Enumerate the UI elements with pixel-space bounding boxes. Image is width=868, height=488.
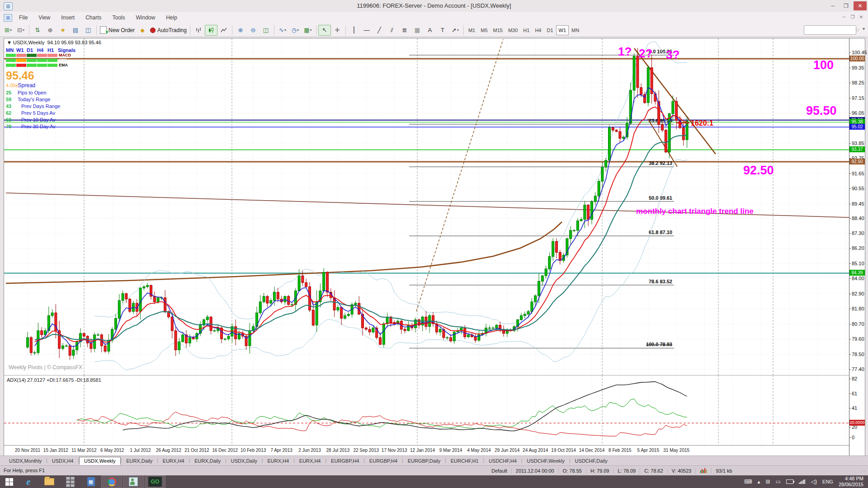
menu-item-window[interactable]: Window	[131, 12, 161, 23]
fibonacci-icon[interactable]: ≣	[398, 25, 411, 36]
tray-windows-icon[interactable]: ⊞	[765, 479, 770, 485]
autotrading-button[interactable]: AutoTrading	[149, 25, 188, 36]
navigator-icon[interactable]: ⇅	[31, 25, 44, 36]
arrows-icon[interactable]: ➚▾	[449, 25, 462, 36]
timeframe-D1[interactable]: D1	[544, 25, 556, 35]
periods-icon[interactable]: ◷▾	[289, 25, 302, 36]
chart-tab-usdchf-weekly[interactable]: USDCHF,Weekly	[522, 457, 569, 465]
timeframe-H1[interactable]: H1	[520, 25, 532, 35]
network-signal-icon[interactable]	[799, 479, 806, 484]
toolbar-overflow-icon[interactable]: ▾	[863, 26, 865, 31]
tile-windows-icon[interactable]: ◫	[259, 25, 272, 36]
menu-item-insert[interactable]: Insert	[56, 12, 80, 23]
menu-item-file[interactable]: File	[14, 12, 33, 23]
timeframe-M1[interactable]: M1	[466, 25, 478, 35]
chart-tab-usdx-weekly[interactable]: USDX,Weekly	[79, 457, 120, 465]
menu-item-tools[interactable]: Tools	[107, 12, 131, 23]
go-app-icon[interactable]: GO	[145, 475, 165, 488]
timeframe-M5[interactable]: M5	[478, 25, 490, 35]
chart-tab-eurx-daily[interactable]: EURX,Daily	[190, 457, 225, 465]
mdi-close-button[interactable]: ✕	[857, 14, 865, 19]
rally-steep-dashed-line[interactable]	[416, 39, 503, 311]
price-tick-label: 86.20	[852, 245, 864, 251]
battery-icon[interactable]	[786, 479, 793, 484]
chart-tab-eurgbp-daily[interactable]: EURGBP,Daily	[403, 457, 445, 465]
profiles-icon[interactable]: ⊟▾	[14, 25, 27, 36]
file-explorer-icon[interactable]	[39, 475, 60, 488]
label-icon[interactable]: T	[436, 25, 449, 36]
signals-icon[interactable]: ◆	[136, 25, 149, 36]
trendline-icon[interactable]: ╱	[373, 25, 386, 36]
long-term-support-curve[interactable]	[6, 222, 562, 283]
restore-button[interactable]: ❐	[840, 1, 853, 10]
keyboard-icon[interactable]: ⌨	[744, 479, 752, 485]
bars-chart-icon[interactable]	[192, 25, 205, 36]
grid-icon[interactable]: ▦	[411, 25, 424, 36]
chrome-icon[interactable]	[101, 475, 122, 488]
menu-item-view[interactable]: View	[33, 12, 56, 23]
chart-tab-eurx-h4[interactable]: EURX,H4	[295, 457, 326, 465]
timeframe-W1[interactable]: W1	[556, 25, 569, 35]
triangle-upper-trendline[interactable]	[634, 48, 716, 154]
menu-item-charts[interactable]: Charts	[80, 12, 107, 23]
metatrader-icon[interactable]	[123, 475, 144, 488]
timeframe-M30[interactable]: M30	[505, 25, 520, 35]
chart-tab-usdchf-h4[interactable]: USDCHF,H4	[484, 457, 521, 465]
autotrading-icon	[150, 28, 156, 33]
chart-tab-eurx-h4[interactable]: EURX,H4	[263, 457, 294, 465]
templates-icon[interactable]: ▦▾	[302, 25, 314, 36]
resize-grip[interactable]: ⟋⟋	[860, 469, 867, 474]
favorites-icon[interactable]: ★	[57, 25, 69, 36]
crosshair-target-icon[interactable]: ⊕	[44, 25, 57, 36]
chart-tab-eurchf-h1[interactable]: EURCHF,H1	[446, 457, 483, 465]
clock-display[interactable]: 4:48 PM28/06/2015	[839, 476, 863, 488]
language-indicator[interactable]: ENG	[822, 479, 833, 484]
candle-body	[492, 328, 494, 328]
start-button[interactable]	[0, 475, 18, 488]
candle-body	[601, 167, 604, 181]
text-icon[interactable]: A	[424, 25, 436, 36]
vline-icon[interactable]: ⎮	[348, 25, 360, 36]
marketwatch-icon[interactable]: ▤	[69, 25, 82, 36]
main-chart-canvas[interactable]: 0.0 100.2623.6 95.2338.2 92.1350.0 89.61…	[4, 38, 849, 375]
zoom-out-icon[interactable]: ⊖	[247, 25, 259, 36]
new-chart-icon[interactable]: ⊞▾	[2, 25, 14, 36]
datawindow-icon[interactable]: ◫	[82, 25, 94, 36]
minimize-button[interactable]: ─	[826, 1, 840, 10]
chart-tab-eurgbp-h4[interactable]: EURGBP,H4	[365, 457, 402, 465]
chart-tab-eurgbp-h4[interactable]: EURGBP,H4	[326, 457, 363, 465]
internet-explorer-icon[interactable]: e	[18, 475, 39, 488]
bricks-app-icon[interactable]	[60, 475, 80, 488]
search-icon[interactable]: ◌	[854, 25, 862, 34]
channel-icon[interactable]: ⫽	[386, 25, 398, 36]
calculator-icon[interactable]: ▦	[80, 475, 101, 488]
chart-tab-usdx-h4[interactable]: USDX,H4	[47, 457, 78, 465]
close-button[interactable]: ✕	[854, 1, 867, 10]
mdi-restore-button[interactable]: ❐	[849, 14, 857, 19]
timeframe-H4[interactable]: H4	[532, 25, 544, 35]
timeframe-M15[interactable]: M15	[491, 25, 505, 35]
chart-tab-usdx-monthly[interactable]: USDX,Monthly	[5, 457, 46, 465]
chart-tab-usdx-daily[interactable]: USDX,Daily	[226, 457, 262, 465]
chart-tab-usdchf-daily[interactable]: USDCHF,Daily	[571, 457, 612, 465]
mdi-minimize-button[interactable]: ─	[840, 14, 848, 19]
indicators-icon[interactable]: ∿▾	[276, 25, 289, 36]
new-order-button[interactable]: New Order	[99, 25, 136, 36]
candles-chart-icon[interactable]	[205, 25, 217, 36]
cursor-icon[interactable]: ↖	[318, 25, 331, 36]
speaker-icon[interactable]: ◁)	[811, 479, 817, 485]
hline-icon[interactable]: —	[360, 25, 373, 36]
monitor-icon[interactable]: ▭	[776, 479, 781, 485]
crosshair-icon[interactable]: ✛	[331, 25, 344, 36]
chart-tab-eurx-h4[interactable]: EURX,H4	[158, 457, 189, 465]
adx-indicator-canvas[interactable]: ADX(14) 27.0127 +DI:17.6675 -DI:18.8581	[4, 375, 849, 445]
menu-item-help[interactable]: Help	[160, 12, 183, 23]
timeframe-MN[interactable]: MN	[569, 25, 582, 35]
line-chart-icon[interactable]	[217, 25, 230, 36]
search-input[interactable]	[804, 25, 856, 35]
tray-expand-icon[interactable]: ▴	[757, 479, 760, 485]
zoom-in-icon[interactable]: ⊕	[234, 25, 247, 36]
date-axis[interactable]: 20 Nov 201115 Jan 201211 Mar 20126 May 2…	[4, 445, 849, 456]
price-axis[interactable]: 100.4599.3598.2597.1596.0593.8592.7591.6…	[849, 38, 865, 456]
chart-tab-eurx-daily[interactable]: EURX,Daily	[122, 457, 157, 465]
